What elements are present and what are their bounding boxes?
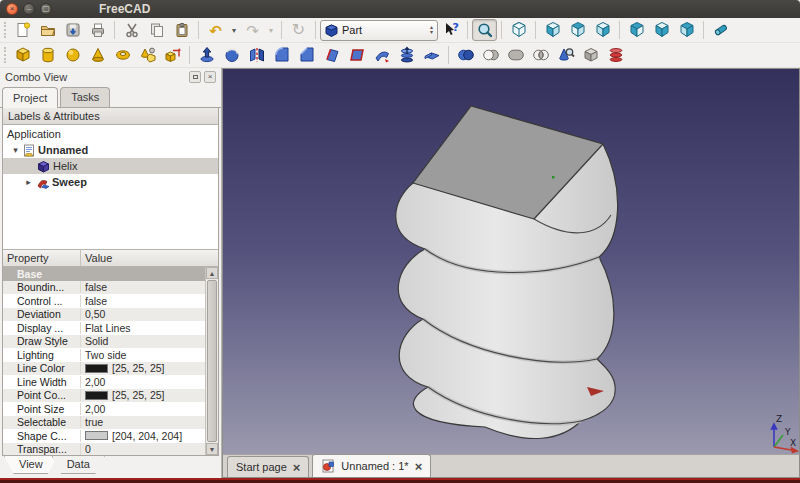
tab-close-icon[interactable]: × [415,460,423,473]
make-face-icon[interactable] [344,44,369,66]
property-value[interactable]: Two side [81,349,205,361]
fit-all-icon[interactable] [472,19,497,41]
view-top-icon[interactable] [565,19,590,41]
cylinder-icon[interactable] [35,44,60,66]
create-primitives-icon[interactable] [135,44,160,66]
minimize-icon[interactable]: – [23,3,35,15]
tab-project[interactable]: Project [2,87,58,108]
tree-root-application[interactable]: Application [3,126,218,142]
boolean-icon[interactable] [453,44,478,66]
sweep-icon[interactable] [419,44,444,66]
property-row[interactable]: LightingTwo side [3,348,205,362]
ruled-surface-icon[interactable] [319,44,344,66]
close-icon[interactable]: × [6,3,18,15]
open-icon[interactable] [35,19,60,41]
workbench-selector[interactable]: Part ▴▾ [320,20,438,41]
property-value[interactable]: [25, 25, 25] [81,362,205,374]
workbench-spinner-icon[interactable]: ▴▾ [430,25,433,35]
property-row[interactable]: Point Size2,00 [3,402,205,416]
view-front-icon[interactable] [540,19,565,41]
property-row[interactable]: Transpar...0 [3,443,205,456]
property-value[interactable]: Flat Lines [81,322,205,334]
measure-distance-icon[interactable] [708,19,733,41]
toolbar-handle[interactable] [4,47,7,63]
dock-float-icon[interactable] [189,71,201,83]
check-geometry-icon[interactable] [553,44,578,66]
property-value[interactable]: 0 [81,443,205,455]
tab-close-icon[interactable]: × [293,461,301,474]
tab-unnamed-document[interactable]: Unnamed : 1* × [312,454,431,477]
revolve-icon[interactable] [219,44,244,66]
cut-icon[interactable] [119,19,144,41]
tab-start-page[interactable]: Start page × [227,456,309,477]
property-value[interactable]: 2,00 [81,403,205,415]
toolbar-handle[interactable] [4,22,7,38]
tab-data[interactable]: Data [52,456,105,474]
view-left-icon[interactable] [674,19,699,41]
tab-tasks[interactable]: Tasks [60,87,110,107]
property-value[interactable]: [25, 25, 25] [81,389,205,401]
property-value[interactable]: 0,50 [81,308,205,320]
new-file-icon[interactable] [10,19,35,41]
shape-builder-icon[interactable] [160,44,185,66]
print-icon[interactable] [85,19,110,41]
paste-icon[interactable] [169,19,194,41]
undo-dropdown-icon[interactable]: ▾ [228,19,240,41]
undo-icon[interactable]: ↶ [203,19,228,41]
cut-boolean-icon[interactable] [478,44,503,66]
property-row[interactable]: Shape C...[204, 204, 204] [3,429,205,443]
cone-icon[interactable] [85,44,110,66]
dock-close-icon[interactable]: × [204,71,216,83]
axonometric-icon[interactable] [506,19,531,41]
property-scrollbar[interactable]: ▲ ▼ [205,267,218,455]
property-row[interactable]: Draw StyleSolid [3,335,205,349]
property-group-row[interactable]: Base [3,267,205,281]
tree-item-helix[interactable]: Helix [3,158,218,174]
cross-sections-icon[interactable] [603,44,628,66]
view-right-icon[interactable] [590,19,615,41]
view-rear-icon[interactable] [624,19,649,41]
property-row[interactable]: Point Co...[25, 25, 25] [3,389,205,403]
intersection-icon[interactable] [528,44,553,66]
save-icon[interactable] [60,19,85,41]
scroll-down-icon[interactable]: ▼ [206,443,218,455]
refresh-icon[interactable]: ↻ [286,19,311,41]
view-bottom-icon[interactable] [649,19,674,41]
property-value[interactable]: Solid [81,335,205,347]
helix-sweep-solid[interactable]: Z Y X [223,69,800,454]
chamfer-icon[interactable] [294,44,319,66]
redo-icon[interactable]: ↷ [240,19,265,41]
property-row[interactable]: Line Width2,00 [3,375,205,389]
property-value[interactable]: false [81,295,205,307]
property-row[interactable]: Boundin...false [3,281,205,295]
maximize-icon[interactable]: ▢ [40,3,52,15]
3d-viewport[interactable]: Z Y X [222,68,800,454]
tree-item-document[interactable]: ▾ Unnamed [3,142,218,158]
property-row[interactable]: Control ...false [3,294,205,308]
property-value[interactable]: true [81,416,205,428]
defeaturing-icon[interactable] [578,44,603,66]
torus-icon[interactable] [110,44,135,66]
thickness-icon[interactable] [369,44,394,66]
property-row[interactable]: Selectabletrue [3,416,205,430]
scrollbar-thumb[interactable] [207,280,217,442]
tree-item-sweep[interactable]: ▸ Sweep [3,174,218,190]
property-value[interactable]: false [81,281,205,293]
expander-open-icon[interactable]: ▾ [11,145,20,155]
whats-this-icon[interactable]: ? [438,19,463,41]
box-icon[interactable] [10,44,35,66]
property-row[interactable]: Line Color[25, 25, 25] [3,362,205,376]
tab-view[interactable]: View [4,456,58,474]
extrude-icon[interactable] [194,44,219,66]
sphere-icon[interactable] [60,44,85,66]
loft-icon[interactable] [394,44,419,66]
property-value[interactable]: [204, 204, 204] [81,430,205,442]
property-row[interactable]: Display ...Flat Lines [3,321,205,335]
mirror-icon[interactable] [244,44,269,66]
fillet-icon[interactable] [269,44,294,66]
redo-dropdown-icon[interactable]: ▾ [265,19,277,41]
union-icon[interactable] [503,44,528,66]
property-value[interactable]: 2,00 [81,376,205,388]
property-row[interactable]: Deviation0,50 [3,308,205,322]
copy-icon[interactable] [144,19,169,41]
